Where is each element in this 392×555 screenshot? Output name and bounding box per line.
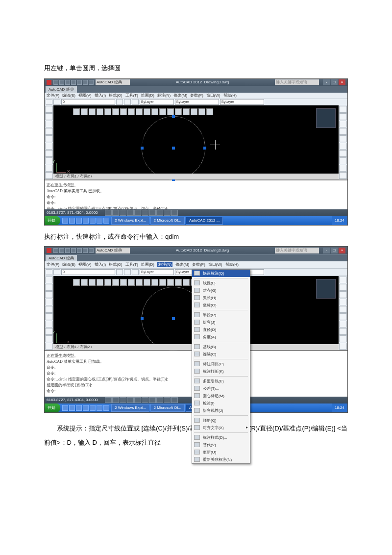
ucs-icon: YX <box>56 161 68 173</box>
draw-toolbar[interactable] <box>45 105 53 179</box>
menu-help: 帮助(H) <box>223 93 237 98</box>
layer-combo: 0 <box>61 269 115 275</box>
menu-item[interactable]: 对齐(G) <box>192 287 250 294</box>
menu-item[interactable]: 替代(V) <box>192 441 250 449</box>
menu-item[interactable]: 坐标(O) <box>192 302 250 309</box>
menu-item[interactable]: 折弯线性(J) <box>192 407 250 414</box>
menu-item[interactable]: 圆心标记(M) <box>192 392 250 400</box>
file-tab-bar[interactable]: AutoCAD 经典 <box>45 254 347 261</box>
menu-item[interactable]: 重新关联标注(N) <box>192 456 250 463</box>
ucs-icon: YX <box>56 331 68 343</box>
task-explorer[interactable]: 2 Windows Expl... <box>111 404 149 412</box>
grip-center[interactable] <box>172 317 175 320</box>
menu-item[interactable]: 角度(A) <box>192 333 250 341</box>
menu-view: 视图(V) <box>78 262 92 267</box>
color-combo: ByLayer <box>140 269 174 275</box>
start-button[interactable]: 开始 <box>45 216 60 225</box>
menu-tools: 工具(T) <box>125 262 138 267</box>
menu-item[interactable]: 标注间距(P) <box>192 360 250 368</box>
file-tab-bar[interactable]: AutoCAD 经典 <box>45 86 347 93</box>
app-logo-icon <box>47 80 51 85</box>
menu-item[interactable]: 多重引线(E) <box>192 378 250 385</box>
menu-format: 格式(O) <box>109 262 122 267</box>
system-tray[interactable]: 18:24 <box>332 404 347 412</box>
menu-edit: 编辑(E) <box>62 262 75 267</box>
task-office[interactable]: 2 Microsoft Of... <box>150 404 185 412</box>
menu-item[interactable]: 弧长(H) <box>192 294 250 302</box>
menu-item[interactable]: 连续(C) <box>192 351 250 358</box>
color-combo: ByLayer <box>140 99 174 105</box>
command-window[interactable]: 正在重生成模型。 AutoCAD 菜单实用工具 已加载。 命令: 命令: 命令:… <box>45 179 347 209</box>
drawing-canvas[interactable]: YX 模型 / 布局1 / 布局2 / <box>53 105 339 179</box>
menu-file: 文件(F) <box>47 262 59 267</box>
menu-item[interactable]: 对齐文字(X)▸ <box>192 424 250 431</box>
quick-access-toolbar[interactable] <box>53 80 94 85</box>
menu-window: 窗口(W) <box>206 93 220 98</box>
lineweight-combo: ByLayer <box>220 99 264 105</box>
dim-toolbar[interactable] <box>73 108 213 115</box>
modify-toolbar[interactable] <box>339 276 347 350</box>
draw-toolbar[interactable] <box>45 276 53 350</box>
viewcube[interactable] <box>316 279 336 299</box>
instruction-1: 用左键，单击圆周，选择圆 <box>44 64 348 73</box>
menu-item[interactable]: 标注打断(K) <box>192 368 250 375</box>
search-input[interactable]: 键入关键字或短语 <box>275 248 319 253</box>
workspace-combo[interactable]: AutoCAD 经典 <box>96 248 130 253</box>
grip-left[interactable] <box>141 317 144 320</box>
search-input[interactable]: 键入关键字或短语 <box>275 79 319 85</box>
window-buttons[interactable]: -□× <box>323 79 345 85</box>
menu-param: 参数(P) <box>190 93 203 98</box>
menu-item[interactable]: 公差(T)... <box>192 385 250 392</box>
status-bar[interactable]: 6163.8727, 871.4304, 0.0000 <box>45 209 347 216</box>
menu-item[interactable]: 检验(I) <box>192 400 250 407</box>
grip-top[interactable] <box>172 115 175 118</box>
menu-draw: 绘图(D) <box>141 262 154 267</box>
menu-draw: 绘图(D) <box>141 93 154 98</box>
system-tray[interactable]: 18:24 <box>332 216 347 225</box>
layer-combo: 0 <box>61 99 115 105</box>
task-autocad[interactable]: AutoCAD 2012 ... <box>186 217 223 225</box>
menu-item[interactable]: 半径(R) <box>192 311 250 319</box>
dimension-menu[interactable]: 快速标注(Q)线性(L)对齐(G)弧长(H)坐标(O)半径(R)折弯(J)直径(… <box>192 269 250 464</box>
menubar[interactable]: 文件(F) 编辑(E) 视图(V) 插入(I) 格式(O) 工具(T) 绘图(D… <box>45 93 347 99</box>
menu-item[interactable]: 直径(D) <box>192 326 250 333</box>
menu-insert: 插入(I) <box>95 93 106 98</box>
instruction-2: 执行标注，快速标注，或在命令行中输入：qdim <box>44 232 348 241</box>
maximize-icon: □ <box>331 248 338 253</box>
quick-access-toolbar[interactable] <box>53 248 94 253</box>
viewcube[interactable] <box>316 108 336 128</box>
app-logo-icon <box>47 248 51 253</box>
grip-left[interactable] <box>141 147 144 150</box>
menu-item[interactable]: 标注样式(D)... <box>192 434 250 441</box>
grip-right[interactable] <box>203 147 206 150</box>
menu-dimension: 标注(N) <box>157 93 171 98</box>
workspace-combo[interactable]: AutoCAD 经典 <box>96 79 130 85</box>
menu-param: 参数(P) <box>192 262 205 267</box>
close-icon: × <box>339 248 345 253</box>
windows-taskbar[interactable]: 开始 2 Windows Expl... 2 Microsoft Of... A… <box>45 216 347 225</box>
linetype-combo: ByLayer <box>175 99 219 105</box>
menu-qdim[interactable]: 快速标注(Q) <box>192 270 250 277</box>
menu-item[interactable]: 折弯(J) <box>192 319 250 326</box>
menu-item[interactable]: 更新(U) <box>192 449 250 456</box>
menubar[interactable]: 文件(F) 编辑(E) 视图(V) 插入(I) 格式(O) 工具(T) 绘图(D… <box>45 261 347 268</box>
screenshot-1: AutoCAD 经典 AutoCAD 2012 Drawing3.dwg 键入关… <box>44 78 348 226</box>
menu-view: 视图(V) <box>78 93 92 98</box>
menu-window: 窗口(W) <box>208 262 222 267</box>
task-explorer[interactable]: 2 Windows Expl... <box>111 217 149 225</box>
menu-modify: 修改(M) <box>173 93 187 98</box>
minimize-icon: - <box>323 79 330 85</box>
menu-item[interactable]: 基线(B) <box>192 343 250 351</box>
task-office[interactable]: 2 Microsoft Of... <box>150 217 185 225</box>
titlebar: AutoCAD 经典 AutoCAD 2012 Drawing3.dwg 键入关… <box>45 247 347 254</box>
menu-item[interactable]: 倾斜(Q) <box>192 417 250 424</box>
start-button[interactable]: 开始 <box>45 404 60 412</box>
menu-format: 格式(O) <box>109 93 122 98</box>
layout-tabs[interactable]: 模型 / 布局1 / 布局2 / <box>53 174 339 179</box>
grip-center[interactable] <box>172 147 175 150</box>
modify-toolbar[interactable] <box>339 105 347 179</box>
toolbar-layers[interactable]: 0 ByLayer ByLayer ByLayer <box>45 99 347 105</box>
menu-tools: 工具(T) <box>125 93 138 98</box>
window-buttons[interactable]: -□× <box>323 248 345 253</box>
menu-item[interactable]: 线性(L) <box>192 279 250 287</box>
